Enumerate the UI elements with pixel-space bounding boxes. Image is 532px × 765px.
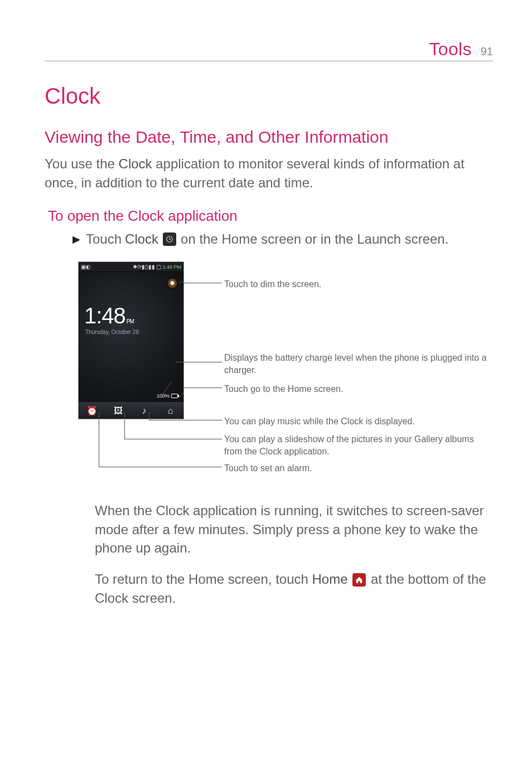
- step-suffix: on the Home screen or in the Launch scre…: [181, 231, 448, 247]
- home-icon[interactable]: ⌂: [165, 406, 177, 416]
- clock-bold: Clock: [119, 156, 152, 171]
- clock-time-value: 1:48: [84, 303, 125, 328]
- callout-slideshow: You can play a slideshow of the pictures…: [224, 433, 492, 457]
- page-title: Clock: [45, 84, 493, 109]
- leader-line: [149, 420, 222, 420]
- page-number: 91: [481, 45, 493, 58]
- charge-indicator: 100%: [157, 393, 178, 399]
- step-row: ▶ Touch Clock on the Home screen or in t…: [72, 231, 493, 247]
- leader-line: [124, 412, 125, 439]
- clock-icon: [163, 233, 176, 246]
- screenshot-area: ▣◐ ✸⟳▮▯▮▮ ▢ 1:49 PM ✸ 1:48PM Thursday, O…: [78, 262, 493, 485]
- status-glyphs: ✸⟳▮▯▮▮ ▢: [133, 264, 162, 270]
- leader-line: [184, 283, 222, 283]
- paragraph-screensaver: When the Clock application is running, i…: [95, 501, 487, 558]
- callout-battery: Displays the battery charge level when t…: [224, 352, 492, 376]
- step-heading: To open the Clock application: [48, 207, 493, 225]
- page-header: Tools 91: [45, 39, 493, 61]
- para2-a: To return to the Home screen, touch: [95, 572, 312, 587]
- para2-bold-home: Home: [312, 572, 348, 587]
- slideshow-icon[interactable]: 🖼: [112, 406, 124, 416]
- alarm-icon[interactable]: ⏰: [86, 405, 98, 416]
- step-prefix: Touch: [86, 231, 122, 247]
- plug-icon: [171, 394, 178, 398]
- callout-music: You can play music while the Clock is di…: [224, 415, 415, 428]
- callout-home: Touch go to the Home screen.: [224, 383, 343, 395]
- step-bold-clock: Clock: [125, 231, 158, 247]
- status-time: 1:49 PM: [162, 264, 181, 270]
- leader-line: [149, 412, 149, 420]
- dim-button[interactable]: ✸: [167, 278, 178, 289]
- leader-line: [99, 412, 99, 467]
- clock-time: 1:48PM: [84, 303, 134, 328]
- intro-pre: You use the: [45, 156, 119, 171]
- section-title: Tools: [429, 39, 472, 60]
- status-left-icons: ▣◐: [81, 264, 91, 270]
- status-right-icons: ✸⟳▮▯▮▮ ▢ 1:49 PM: [133, 264, 181, 270]
- leader-line: [99, 467, 222, 467]
- bullet-triangle-icon: ▶: [72, 233, 80, 245]
- status-bar: ▣◐ ✸⟳▮▯▮▮ ▢ 1:49 PM: [79, 262, 183, 272]
- leader-line: [184, 388, 222, 388]
- subheading: Viewing the Date, Time, and Other Inform…: [45, 128, 493, 147]
- clock-ampm: PM: [127, 318, 134, 325]
- paragraph-return-home: To return to the Home screen, touch Home…: [95, 570, 487, 607]
- dock-bar: ⏰ 🖼 ♪ ⌂: [79, 402, 183, 419]
- device-screenshot: ▣◐ ✸⟳▮▯▮▮ ▢ 1:49 PM ✸ 1:48PM Thursday, O…: [78, 262, 184, 419]
- leader-line: [124, 439, 222, 439]
- callout-alarm: Touch to set an alarm.: [224, 462, 312, 475]
- home-button-icon: [352, 573, 366, 587]
- clock-date: Thursday, October 28: [85, 329, 139, 335]
- intro-paragraph: You use the Clock application to monitor…: [45, 154, 493, 192]
- callout-dim: Touch to dim the screen.: [224, 278, 321, 290]
- leader-line: [176, 362, 222, 362]
